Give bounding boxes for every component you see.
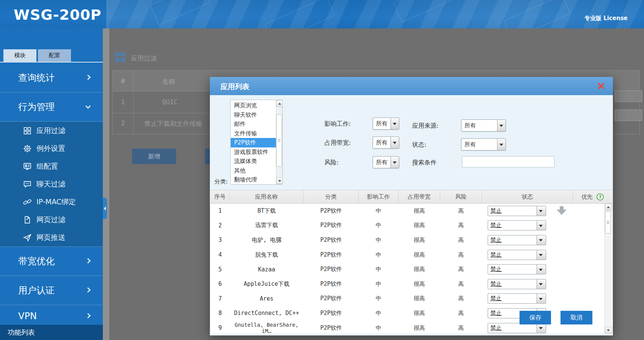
link-icon bbox=[23, 197, 32, 207]
category-option[interactable]: 聊天软件 bbox=[231, 110, 276, 120]
table-row: 5 Kazaa P2P软件 中 很高 高 禁止 bbox=[211, 262, 612, 277]
dropdown-arrow-icon bbox=[390, 157, 399, 168]
license-badge: 专业版 License bbox=[584, 15, 628, 22]
category-option[interactable]: 邮件 bbox=[231, 119, 276, 129]
impact-filter-select[interactable]: 所有 bbox=[373, 118, 399, 130]
close-icon[interactable] bbox=[597, 82, 605, 90]
cancel-button[interactable]: 取消 bbox=[561, 311, 592, 324]
risk-filter-label: 风险: bbox=[324, 159, 339, 167]
dropdown-arrow-icon bbox=[537, 221, 546, 230]
product-logo: WSG-200P bbox=[14, 6, 101, 23]
status-select[interactable]: 禁止 bbox=[488, 220, 546, 230]
chevron-right-icon bbox=[85, 287, 91, 293]
source-filter-select[interactable]: 所有 bbox=[461, 119, 506, 132]
tab-modules[interactable]: 模块 bbox=[3, 49, 36, 63]
status-filter-select[interactable]: 所有 bbox=[461, 138, 506, 150]
dialog-title: 应用列表 bbox=[220, 82, 249, 92]
dropdown-arrow-icon bbox=[390, 137, 399, 148]
risk-filter-select[interactable]: 所有 bbox=[373, 156, 399, 168]
status-select[interactable]: 禁止 bbox=[488, 279, 546, 289]
category-option[interactable]: 游戏股票软件 bbox=[231, 147, 276, 157]
table-row: 9 Gnutella, BearShare, iM… P2P软件 中 很高 高 … bbox=[211, 321, 612, 334]
table-scrollbar[interactable] bbox=[605, 204, 611, 334]
category-label: 分类: bbox=[214, 178, 228, 185]
table-row: 7 Ares P2P软件 中 很高 高 禁止 bbox=[211, 291, 612, 306]
dimmed-input bbox=[615, 110, 642, 121]
help-icon[interactable]: ? bbox=[597, 193, 604, 201]
sidebar-item-group-config[interactable]: 组配置 bbox=[0, 157, 103, 175]
header-impact: 影响工作 bbox=[359, 190, 398, 203]
status-select[interactable]: 禁止 bbox=[488, 206, 546, 216]
scrollbar-thumb[interactable] bbox=[276, 114, 282, 167]
sidebar-item-query-stats[interactable]: 查询统计 bbox=[0, 63, 103, 92]
sidebar-tabs: 模块 配置 bbox=[0, 49, 103, 63]
sidebar-item-behavior-mgmt[interactable]: 行为管理 bbox=[0, 92, 103, 122]
category-listbox[interactable]: 网页浏览 聊天软件 邮件 文件传输 P2P软件 游戏股票软件 流媒体类 其他 翻… bbox=[230, 100, 283, 185]
sidebar-item-user-auth[interactable]: 用户认证 bbox=[0, 276, 103, 305]
page-icon bbox=[23, 215, 32, 224]
impact-filter-label: 影响工作: bbox=[324, 120, 351, 128]
feature-list-bar[interactable]: 功能列表 bbox=[0, 325, 103, 340]
category-option[interactable]: 翻墙代理 bbox=[231, 175, 276, 185]
sidebar-item-exceptions[interactable]: 例外设置 bbox=[0, 139, 103, 157]
status-select[interactable]: 禁止 bbox=[488, 250, 546, 260]
listbox-scrollbar[interactable] bbox=[276, 100, 282, 184]
scrollbar-thumb[interactable] bbox=[605, 212, 611, 233]
sidebar-item-bandwidth[interactable]: 带宽优化 bbox=[0, 247, 103, 276]
header-no: 序号 bbox=[211, 190, 230, 203]
status-select[interactable]: 禁止 bbox=[488, 264, 546, 274]
app-header: WSG-200P 专业版 License bbox=[0, 0, 644, 28]
save-button[interactable]: 保存 bbox=[520, 311, 551, 324]
dropdown-arrow-icon bbox=[537, 294, 546, 303]
category-option[interactable]: 网页浏览 bbox=[231, 101, 276, 110]
col-header-no: # bbox=[120, 77, 126, 85]
scroll-up-icon[interactable] bbox=[605, 204, 612, 210]
sidebar-item-web-filter[interactable]: 网页过滤 bbox=[0, 211, 103, 229]
category-option-selected[interactable]: P2P软件 bbox=[231, 138, 276, 147]
dialog-titlebar: 应用列表 bbox=[210, 77, 613, 95]
status-select[interactable]: 禁止 bbox=[488, 293, 546, 304]
add-button: 新增 bbox=[132, 149, 176, 164]
dropdown-arrow-icon bbox=[537, 279, 546, 289]
bandwidth-filter-select[interactable]: 所有 bbox=[373, 136, 399, 149]
tab-config[interactable]: 配置 bbox=[38, 49, 71, 62]
sidebar-item-app-filter[interactable]: 应用过滤 bbox=[0, 122, 103, 139]
category-option[interactable]: 未知分类 bbox=[231, 185, 276, 185]
dropdown-arrow-icon bbox=[497, 120, 505, 131]
scroll-up-icon[interactable] bbox=[276, 100, 283, 107]
dropdown-arrow-icon bbox=[537, 265, 546, 274]
sidebar-item-web-push[interactable]: 网页推送 bbox=[0, 229, 103, 246]
app-list-dialog: 应用列表 网页浏览 聊天软件 邮件 文件传输 P2P软件 游戏股票软件 流媒体类… bbox=[210, 77, 613, 335]
policy-row-no: 1 bbox=[121, 98, 125, 106]
behavior-submenu: 应用过滤 例外设置 组配置 聊天过滤 bbox=[0, 122, 103, 247]
category-option[interactable]: 其他 bbox=[231, 166, 276, 175]
scroll-down-icon[interactable] bbox=[605, 327, 612, 334]
dropdown-arrow-icon bbox=[537, 206, 546, 216]
sidebar-collapse-handle[interactable] bbox=[103, 198, 107, 219]
dropdown-arrow-icon bbox=[537, 235, 546, 245]
status-select[interactable]: 禁止 bbox=[488, 235, 546, 245]
category-option[interactable]: 流媒体类 bbox=[231, 157, 276, 166]
category-option[interactable]: 文件传输 bbox=[231, 129, 276, 138]
search-input[interactable] bbox=[462, 156, 554, 168]
table-row: 8 DirectConnect, DC++ P2P软件 中 很高 高 禁止 bbox=[211, 306, 612, 321]
col-header-name: 名称 bbox=[162, 77, 175, 86]
priority-down-arrow-icon[interactable] bbox=[557, 206, 567, 215]
grid-icon bbox=[23, 126, 32, 135]
sidebar-item-ip-mac-binding[interactable]: IP-MAC绑定 bbox=[0, 193, 103, 211]
header-name: 应用名称 bbox=[230, 190, 304, 203]
chat-icon bbox=[23, 180, 32, 189]
dropdown-arrow-icon bbox=[537, 323, 546, 333]
table-row: 1 BT下载 P2P软件 中 很高 高 禁止 bbox=[211, 204, 612, 218]
send-icon bbox=[23, 233, 32, 242]
policy-row-name: 禁止下载和文件传输 bbox=[144, 119, 202, 128]
scroll-down-icon[interactable] bbox=[276, 177, 283, 184]
sidebar: 模块 配置 查询统计 行为管理 应用过滤 例外设置 bbox=[0, 28, 103, 340]
sidebar-item-vpn[interactable]: VPN bbox=[0, 305, 103, 327]
dropdown-arrow-icon bbox=[537, 250, 546, 260]
sidebar-item-chat-filter[interactable]: 聊天过滤 bbox=[0, 175, 103, 193]
table-row: 6 AppleJuice下载 P2P软件 中 很高 高 禁止 bbox=[211, 277, 612, 291]
table-row: 2 迅雷下载 P2P软件 中 很高 高 禁止 bbox=[211, 218, 612, 233]
chevron-down-icon bbox=[85, 103, 91, 109]
policy-row-name: QUIC bbox=[162, 98, 178, 106]
